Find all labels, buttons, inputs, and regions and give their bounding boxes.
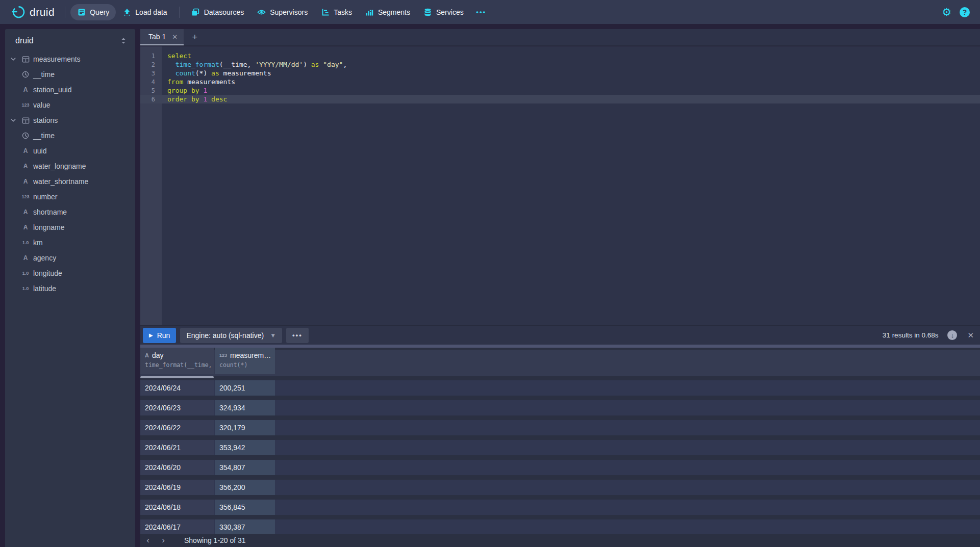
tree-column-station_uuid[interactable]: Astation_uuid [5, 82, 135, 97]
nav-item-label: Load data [135, 8, 167, 16]
cell-measurements[interactable]: 354,807 [215, 460, 275, 475]
nav-item-label: Supervisors [270, 8, 308, 16]
cell-measurements[interactable]: 356,200 [215, 480, 275, 495]
tree-column-water_longname[interactable]: Awater_longname [5, 159, 135, 174]
chevron-down-icon[interactable] [10, 56, 17, 62]
number-icon: 123 [21, 102, 30, 108]
close-results-icon[interactable]: ✕ [967, 331, 974, 340]
tree-label: value [33, 101, 50, 109]
cell-measurements[interactable]: 330,387 [215, 519, 275, 535]
segments-icon [365, 8, 374, 16]
tab-query-1[interactable]: Tab 1 ✕ [140, 29, 184, 45]
sort-icon[interactable] [120, 37, 127, 45]
nav-item-services[interactable]: Services [417, 4, 470, 20]
tree-column-longname[interactable]: Alongname [5, 220, 135, 235]
tree-column-agency[interactable]: Aagency [5, 250, 135, 266]
code-line-1[interactable]: 1select [140, 51, 980, 60]
code-line-5[interactable]: 5group by 1 [140, 86, 980, 95]
cell-measurements[interactable]: 356,845 [215, 500, 275, 515]
nav-item-label: Services [436, 8, 464, 16]
sidebar-header: druid [5, 29, 135, 50]
druid-logo[interactable]: druid [7, 5, 60, 19]
tree-column-longitude[interactable]: 1.0longitude [5, 266, 135, 281]
chevron-down-icon: ▼ [270, 332, 276, 339]
tree-label: stations [33, 116, 58, 124]
tree-label: km [33, 239, 43, 247]
druid-logo-icon [11, 5, 25, 19]
float-icon: 1.0 [21, 271, 30, 276]
tree-label: number [33, 193, 57, 201]
table-row: 2024/06/18356,845 [140, 500, 980, 515]
string-icon: A [21, 86, 30, 93]
cell-measurements[interactable]: 353,942 [215, 440, 275, 455]
cell-day[interactable]: 2024/06/21 [140, 440, 214, 455]
code-line-2[interactable]: 2 time_format(__time, 'YYYY/MM/dd') as "… [140, 60, 980, 69]
table-row: 2024/06/21353,942 [140, 440, 980, 455]
gear-icon[interactable]: ⚙ [942, 7, 951, 17]
tree-column-value[interactable]: 123value [5, 97, 135, 113]
table-row: 2024/06/19356,200 [140, 480, 980, 495]
cell-day[interactable]: 2024/06/24 [140, 380, 214, 396]
download-icon[interactable]: ↓ [947, 330, 957, 340]
cell-day[interactable]: 2024/06/20 [140, 460, 214, 475]
tree-label: station_uuid [33, 86, 72, 94]
tree-table-measurements[interactable]: measurements [5, 51, 135, 67]
chevron-down-icon[interactable] [10, 117, 17, 123]
code-line-3[interactable]: 3 count(*) as measurements [140, 69, 980, 77]
string-icon: A [21, 163, 30, 170]
prev-page-icon[interactable]: ‹ [140, 534, 156, 547]
sql-editor[interactable]: 1select2 time_format(__time, 'YYYY/MM/dd… [140, 46, 980, 325]
tree-column-km[interactable]: 1.0km [5, 235, 135, 250]
tree-column-number[interactable]: 123number [5, 189, 135, 204]
nav-item-segments[interactable]: Segments [359, 4, 417, 20]
tree-column-shortname[interactable]: Ashortname [5, 204, 135, 220]
help-icon[interactable]: ? [960, 7, 970, 17]
nav-item-label: Datasources [204, 8, 244, 16]
horizontal-scrollbar-thumb[interactable] [140, 376, 214, 378]
tree-column-water_shortname[interactable]: Awater_shortname [5, 174, 135, 189]
nav-item-load-data[interactable]: Load data [116, 4, 173, 20]
cell-measurements[interactable]: 320,179 [215, 420, 275, 435]
engine-select-button[interactable]: Engine: auto (sql-native) ▼ [180, 328, 282, 343]
pagination-text: Showing 1-20 of 31 [184, 536, 246, 544]
results-count: 31 results in 0.68s [883, 331, 939, 339]
load-data-icon [122, 8, 131, 16]
column-expression: time_format(__time, … [145, 361, 214, 369]
code-line-4[interactable]: 4from measurements [140, 77, 980, 86]
tree-column-__time[interactable]: __time [5, 128, 135, 143]
tree-column-__time[interactable]: __time [5, 67, 135, 82]
run-button[interactable]: ▶ Run [143, 328, 176, 343]
string-icon: A [21, 178, 30, 185]
cell-day[interactable]: 2024/06/17 [140, 519, 214, 535]
cell-day[interactable]: 2024/06/23 [140, 400, 214, 415]
float-icon: 1.0 [21, 286, 30, 291]
line-number: 5 [140, 87, 162, 95]
nav-item-more[interactable]: ••• [470, 4, 492, 20]
time-icon [21, 71, 30, 78]
cell-day[interactable]: 2024/06/22 [140, 420, 214, 435]
tree-table-stations[interactable]: stations [5, 113, 135, 128]
nav-items: QueryLoad dataDatasourcesSupervisorsTask… [70, 4, 492, 20]
tree-column-uuid[interactable]: Auuid [5, 143, 135, 159]
top-navbar: druid QueryLoad dataDatasourcesSuperviso… [0, 0, 980, 24]
nav-item-supervisors[interactable]: Supervisors [250, 4, 314, 20]
nav-item-query[interactable]: Query [70, 4, 116, 20]
table-row: 2024/06/20354,807 [140, 460, 980, 475]
float-icon: 1.0 [21, 240, 30, 245]
tab-close-icon[interactable]: ✕ [172, 33, 178, 41]
query-more-button[interactable]: ••• [286, 328, 309, 343]
column-header-day[interactable]: A day time_format(__time, … [140, 348, 214, 374]
next-page-icon[interactable]: › [156, 534, 171, 547]
cell-measurements[interactable]: 200,251 [215, 380, 275, 396]
number-icon: 123 [21, 194, 30, 199]
play-icon: ▶ [149, 332, 153, 338]
code-line-6[interactable]: 6order by 1 desc [140, 95, 980, 103]
cell-day[interactable]: 2024/06/18 [140, 500, 214, 515]
nav-item-datasources[interactable]: Datasources [185, 4, 251, 20]
column-header-measurements[interactable]: 123 measurem… count(*) [215, 348, 275, 374]
tree-column-latitude[interactable]: 1.0latitude [5, 281, 135, 296]
add-tab-button[interactable]: + [184, 29, 206, 45]
cell-day[interactable]: 2024/06/19 [140, 480, 214, 495]
cell-measurements[interactable]: 324,934 [215, 400, 275, 415]
nav-item-tasks[interactable]: Tasks [314, 4, 359, 20]
